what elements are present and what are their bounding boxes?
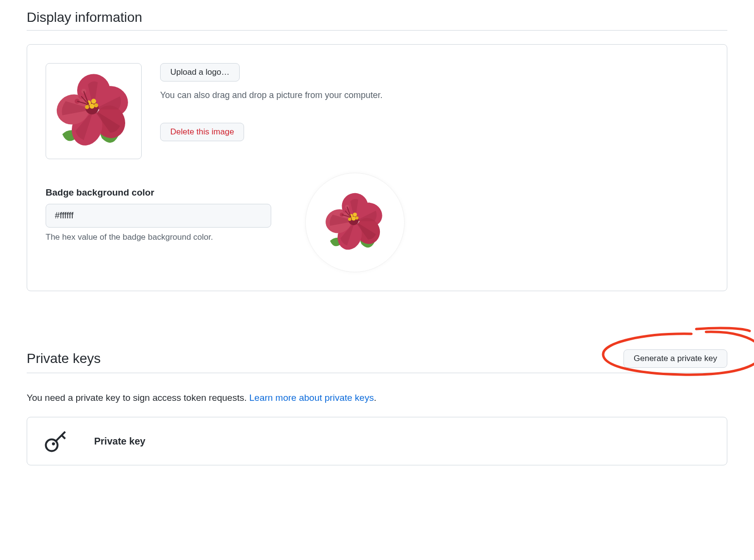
svg-point-24 [353, 213, 357, 216]
pk-desc-suffix: . [374, 393, 376, 403]
display-info-panel: Upload a logo… You can also drag and dro… [27, 44, 727, 291]
drag-drop-hint: You can also drag and drop a picture fro… [160, 90, 383, 100]
private-key-label: Private key [94, 436, 146, 447]
svg-point-8 [90, 104, 95, 109]
svg-point-25 [352, 216, 356, 220]
hibiscus-icon [322, 190, 388, 255]
badge-row: Badge background color The hex value of … [46, 187, 708, 272]
badge-color-input[interactable] [46, 204, 271, 228]
logo-actions: Upload a logo… You can also drag and dro… [160, 63, 383, 141]
pk-desc-prefix: You need a private key to sign access to… [27, 393, 249, 403]
private-keys-heading: Private keys [27, 351, 101, 366]
badge-color-hint: The hex value of the badge background co… [46, 232, 271, 242]
private-key-item: Private key [27, 417, 727, 465]
display-info-heading: Display information [27, 10, 727, 31]
logo-row: Upload a logo… You can also drag and dro… [46, 63, 708, 159]
svg-point-30 [345, 205, 349, 209]
private-keys-header: Private keys Generate a private key [27, 349, 727, 373]
learn-more-link[interactable]: Learn more about private keys [249, 393, 374, 403]
badge-preview [305, 173, 405, 272]
upload-logo-button[interactable]: Upload a logo… [160, 63, 240, 82]
generate-key-wrapper: Generate a private key [623, 349, 727, 368]
svg-point-27 [355, 216, 359, 220]
private-keys-section: Private keys Generate a private key You … [27, 349, 727, 465]
svg-point-35 [52, 442, 55, 445]
display-information-section: Display information [27, 10, 727, 291]
svg-point-26 [348, 217, 351, 221]
key-icon [42, 427, 70, 455]
svg-point-7 [91, 99, 96, 104]
badge-color-label: Badge background color [46, 187, 271, 198]
private-keys-description: You need a private key to sign access to… [27, 393, 727, 403]
generate-private-key-button[interactable]: Generate a private key [623, 349, 727, 368]
svg-point-9 [85, 105, 89, 109]
delete-image-button[interactable]: Delete this image [160, 123, 244, 141]
logo-preview [46, 63, 142, 159]
hibiscus-icon [52, 70, 135, 152]
badge-color-field: Badge background color The hex value of … [46, 187, 271, 242]
svg-point-10 [94, 103, 98, 108]
